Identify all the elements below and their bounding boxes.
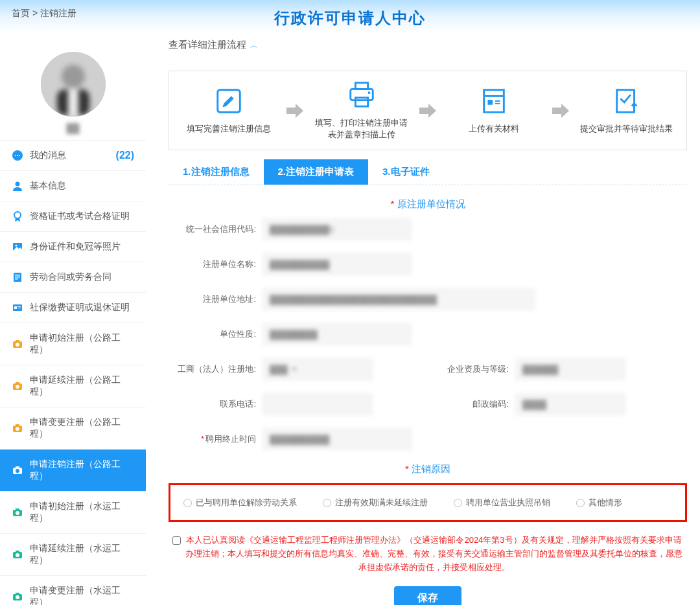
svg-rect-13	[15, 275, 20, 276]
sidebar-item-4[interactable]: 劳动合同或劳务合同	[0, 262, 146, 293]
unit-name-field: ██████████	[262, 253, 412, 275]
svg-rect-15	[15, 279, 18, 280]
svg-rect-49	[484, 90, 504, 113]
tel-field[interactable]	[262, 393, 373, 415]
svg-point-11	[16, 245, 18, 247]
breadcrumb-home[interactable]: 首页	[12, 8, 30, 18]
svg-rect-22	[16, 340, 19, 342]
svg-point-36	[16, 553, 19, 557]
svg-rect-25	[16, 382, 19, 384]
svg-point-8	[16, 182, 20, 187]
svg-point-6	[17, 155, 18, 156]
submit-icon	[612, 86, 642, 116]
svg-point-9	[14, 212, 21, 218]
svg-rect-28	[16, 424, 19, 426]
svg-point-7	[19, 155, 20, 156]
edit-icon	[214, 86, 244, 116]
sidebar: ██ 我的消息(22)基本信息资格证书或考试合格证明身份证件和免冠等照片劳动合同…	[0, 32, 146, 605]
svg-rect-3	[68, 89, 78, 115]
reason-option-2[interactable]: 注册有效期满未延续注册	[323, 497, 428, 508]
cam-icon	[12, 380, 23, 392]
process-detail-link[interactable]: 查看详细注册流程︿	[169, 39, 687, 51]
svg-rect-19	[18, 308, 21, 308]
zip-field[interactable]: ████	[515, 393, 625, 415]
svg-point-1	[62, 65, 85, 88]
section-reason-title: * 注销原因	[169, 463, 687, 475]
cam-icon	[12, 464, 23, 476]
nature-field: ████████	[262, 323, 412, 345]
svg-point-21	[16, 343, 19, 347]
cam-icon	[12, 422, 23, 434]
sidebar-item-8[interactable]: 申请变更注册（公路工程）	[0, 407, 146, 450]
main-content: 查看详细注册流程︿ 填写完善注销注册信息 填写、打印注销注册申请表并盖章扫描上传…	[146, 32, 700, 605]
sidebar-item-9[interactable]: 申请注销注册（公路工程）	[0, 450, 146, 492]
badge: (22)	[116, 150, 134, 161]
camg-icon	[12, 549, 23, 560]
qualification-field: ██████	[515, 358, 625, 380]
sidebar-item-7[interactable]: 申请延续注册（公路工程）	[0, 365, 146, 407]
breadcrumb-current: 注销注册	[40, 8, 76, 18]
svg-point-27	[16, 427, 19, 431]
cam-icon	[12, 338, 23, 350]
badge-icon	[12, 211, 23, 222]
arrow-icon	[552, 104, 569, 118]
consent-text: 本人已认真阅读《交通运输工程监理工程师注册管理办法》（交通运输部令2024年第3…	[185, 534, 683, 574]
arrow-icon	[286, 104, 303, 118]
svg-point-33	[16, 511, 19, 515]
reason-option-4[interactable]: 其他情形	[576, 497, 622, 508]
sidebar-item-3[interactable]: 身份证件和免冠等照片	[0, 232, 146, 262]
card-icon	[12, 302, 23, 314]
section-unit-title: * 原注册单位情况	[169, 198, 687, 211]
sidebar-item-11[interactable]: 申请延续注册（水运工程）	[0, 534, 146, 576]
process-steps: 填写完善注销注册信息 填写、打印注销注册申请表并盖章扫描上传 上传有关材料 提交…	[169, 71, 687, 150]
sidebar-item-2[interactable]: 资格证书或考试合格证明	[0, 201, 146, 232]
svg-point-24	[16, 385, 19, 389]
svg-point-30	[16, 469, 19, 473]
person-icon	[12, 180, 23, 192]
reason-option-3[interactable]: 聘用单位营业执照吊销	[454, 497, 550, 508]
svg-rect-31	[16, 466, 19, 468]
svg-rect-18	[18, 306, 21, 307]
tab-cert[interactable]: 3.电子证件	[368, 159, 444, 185]
tab-form[interactable]: 2.注销注册申请表	[264, 159, 369, 185]
usci-field: ██████████S	[262, 218, 412, 240]
sidebar-item-5[interactable]: 社保缴费证明或退休证明	[0, 293, 146, 323]
svg-rect-51	[488, 100, 493, 105]
camg-icon	[12, 591, 23, 602]
end-date-field[interactable]: ██████████	[262, 428, 412, 450]
chevron-up-icon: ︿	[250, 41, 258, 50]
page-title: 行政许可申请人中心	[0, 0, 700, 29]
avatar	[41, 52, 106, 117]
user-name: ██	[0, 123, 146, 133]
consent-checkbox[interactable]	[172, 536, 181, 545]
breadcrumb: 首页 > 注销注册	[0, 0, 88, 27]
consent-row: 本人已认真阅读《交通运输工程监理工程师注册管理办法》（交通运输部令2024年第3…	[169, 534, 687, 574]
address-field: ████████████████████████████	[262, 288, 535, 310]
reason-option-1[interactable]: 已与聘用单位解除劳动关系	[183, 497, 297, 508]
svg-rect-34	[16, 508, 19, 510]
chat-icon	[12, 150, 23, 161]
camg-icon	[12, 507, 23, 518]
reason-options: 已与聘用单位解除劳动关系 注册有效期满未延续注册 聘用单位营业执照吊销 其他情形	[169, 483, 687, 522]
svg-point-39	[16, 595, 19, 599]
svg-rect-37	[16, 551, 19, 553]
svg-rect-47	[355, 98, 368, 106]
svg-rect-14	[15, 277, 20, 278]
print-icon	[347, 80, 377, 110]
sidebar-item-6[interactable]: 申请初始注册（公路工程）	[0, 323, 146, 365]
sidebar-item-1[interactable]: 基本信息	[0, 171, 146, 201]
svg-point-5	[15, 155, 16, 156]
sidebar-item-0[interactable]: 我的消息(22)	[0, 141, 146, 171]
tabs: 1.注销注册信息 2.注销注册申请表 3.电子证件	[169, 159, 687, 185]
sidebar-item-12[interactable]: 申请变更注册（水运工程）	[0, 576, 146, 605]
save-button[interactable]: 保存	[394, 586, 461, 605]
sidebar-item-10[interactable]: 申请初始注册（水运工程）	[0, 492, 146, 534]
bizreg-select[interactable]: ███	[262, 358, 373, 380]
svg-rect-40	[16, 593, 19, 595]
svg-point-48	[368, 91, 370, 94]
upload-doc-icon	[479, 86, 509, 116]
tab-info[interactable]: 1.注销注册信息	[169, 159, 264, 185]
arrow-icon	[419, 104, 436, 118]
photo-icon	[12, 241, 23, 253]
doc-icon	[12, 271, 23, 283]
